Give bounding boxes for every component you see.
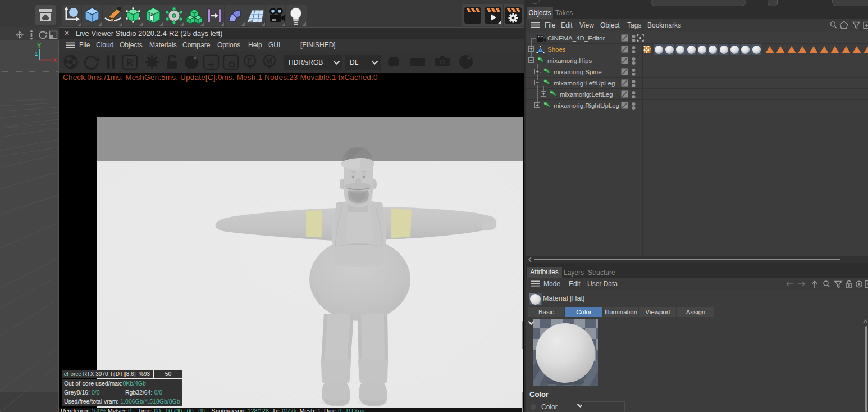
svg-text:X: X (53, 57, 57, 64)
svg-text:1: 1 (35, 51, 38, 57)
svg-text:M: M (266, 57, 272, 65)
svg-text:F: F (247, 57, 252, 65)
svg-text:R: R (126, 58, 133, 67)
svg-text:Y: Y (37, 42, 42, 49)
